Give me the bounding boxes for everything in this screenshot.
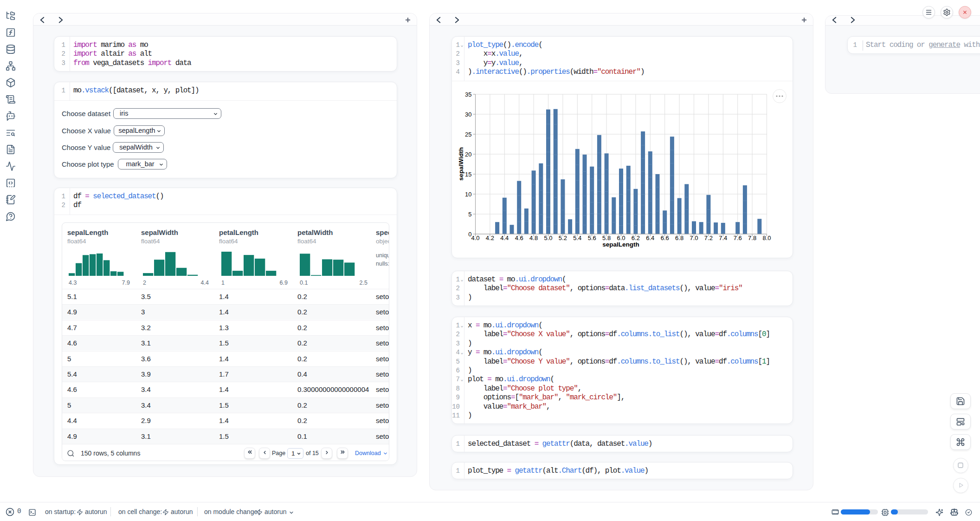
svg-text:sepalLength: sepalLength [602, 241, 639, 248]
svg-text:35: 35 [465, 91, 471, 98]
svg-text:25: 25 [465, 131, 471, 138]
svg-text:10: 10 [465, 191, 471, 198]
svg-text:0: 0 [468, 231, 471, 238]
svg-text:30: 30 [465, 111, 471, 118]
svg-text:5: 5 [468, 211, 471, 218]
svg-text:sepalWidth: sepalWidth [458, 147, 464, 181]
svg-text:15: 15 [465, 171, 471, 178]
svg-text:20: 20 [465, 151, 471, 158]
